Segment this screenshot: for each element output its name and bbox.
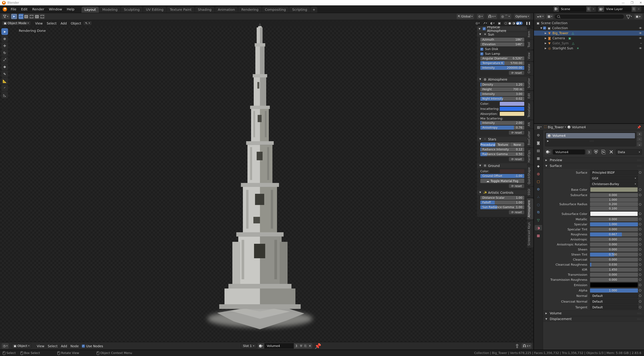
expand-icon[interactable]: ▼	[540, 27, 543, 29]
filter-dropdown[interactable]: ▽▾	[625, 13, 633, 20]
node-socket-icon[interactable]	[639, 218, 641, 220]
properties-tab-tool[interactable]: ⚙	[535, 132, 542, 138]
outliner-row-scene-collection[interactable]: ▣Scene Collection	[534, 21, 644, 26]
outliner-row-camera[interactable]: ▶◙Camera▣👁	[534, 36, 644, 41]
maximize-button[interactable]: ❐	[631, 1, 634, 4]
material-icon[interactable]: ▾	[258, 343, 264, 348]
workspace-tab-rendering[interactable]: Rendering	[238, 7, 262, 13]
drag-grip-icon[interactable]: ::::	[521, 27, 525, 30]
input-clearcoat[interactable]: 0.000	[590, 257, 638, 261]
fake-user-shield-icon[interactable]: ⛨	[593, 148, 599, 155]
field-night-intensity[interactable]: Night Intensity0.02	[480, 97, 524, 101]
field-clearcoat-normal[interactable]: Default	[590, 299, 638, 304]
select-mode-extend[interactable]	[24, 14, 29, 19]
use-nodes-checkbox[interactable]: ✓ Use Nodes	[82, 344, 103, 348]
input-specular-tint[interactable]: 0.000	[590, 227, 638, 231]
input-alpha[interactable]: 1.000	[590, 288, 638, 292]
tool-rotate[interactable]: ↻	[1, 49, 8, 56]
node-socket-icon[interactable]	[639, 213, 641, 215]
shader-menu-node[interactable]: Node	[69, 344, 80, 348]
checkbox-sun-disk[interactable]: ✓Sun Disk	[480, 47, 524, 51]
properties-editor-type-dropdown[interactable]: ▤▾	[536, 125, 542, 129]
properties-tab-view-layer[interactable]: ▦	[535, 155, 542, 161]
scene-name[interactable]: Scene	[559, 6, 586, 12]
tool-select-box[interactable]: ➤	[1, 28, 8, 35]
field-anisotropy[interactable]: Anisotropy0.76	[480, 126, 524, 130]
unlink-material-icon[interactable]: ✕	[308, 343, 312, 348]
copy-view-layer-icon[interactable]: ⎘	[632, 6, 636, 12]
input-anisotropic-rotation[interactable]: 0.000	[590, 242, 638, 246]
field-distance-scalar[interactable]: Distance Scalar1.00	[480, 196, 524, 200]
close-button[interactable]: ✕	[640, 1, 642, 4]
input-sheen-tint[interactable]: 0.500	[590, 252, 638, 256]
input-transmission[interactable]: 0.000	[590, 273, 638, 277]
volume-panel-header[interactable]: ▶Volume::::	[543, 310, 644, 316]
collapse-icon[interactable]: ▼	[479, 138, 482, 140]
shader-menu-view[interactable]: View	[35, 344, 46, 348]
displacement-panel-header[interactable]: ▼Displacement::::	[543, 316, 644, 322]
menu-window[interactable]: Window	[46, 7, 64, 12]
fake-user-shield-icon[interactable]: ⛨	[299, 343, 304, 348]
node-socket-icon[interactable]	[639, 194, 641, 196]
viewport-menu-select[interactable]: Select	[45, 21, 59, 25]
shading-solid-icon[interactable]: ●	[508, 22, 512, 25]
properties-tab-material[interactable]: ◑	[535, 225, 542, 230]
link-mode-dropdown[interactable]: Data▾	[616, 149, 642, 155]
collection-checkbox[interactable]: ✓	[543, 27, 546, 30]
view-layer-selector[interactable]: ▦▾ View Layer ⎘ ✕	[598, 6, 641, 12]
overlays-dropdown[interactable]: ◐▾	[489, 21, 496, 25]
properties-tab-texture[interactable]: ▩	[535, 233, 542, 238]
field-intensity[interactable]: Intensity2.00	[480, 121, 524, 125]
breadcrumb-material[interactable]: Volume4	[572, 125, 586, 129]
add-slot-button[interactable]: ＋	[637, 132, 642, 136]
node-socket-icon[interactable]	[639, 273, 641, 276]
eye-open-icon[interactable]: 👁	[639, 26, 642, 30]
expand-icon[interactable]: ▶	[547, 139, 550, 142]
expand-icon[interactable]: ▶	[545, 32, 548, 35]
minimize-button[interactable]: —	[622, 1, 625, 4]
expand-icon[interactable]: ▶	[545, 37, 548, 40]
physical-atmosphere-header[interactable]: ▼✓Physical Atmosphere::::	[477, 26, 527, 31]
options-dropdown[interactable]: Options▾	[514, 14, 530, 19]
field-radiance-intensity[interactable]: Radiance Intensity0.12	[480, 147, 524, 151]
field-normal[interactable]: Default	[590, 293, 638, 298]
viewport-menu-add[interactable]: Add	[58, 21, 69, 25]
workspace-tab-layout[interactable]: Layout	[82, 7, 99, 13]
properties-tab-scene[interactable]: ◆	[535, 163, 542, 168]
sidebar-tab-boxcutter[interactable]: BoxCutter	[527, 129, 533, 147]
browse-material-icon[interactable]: ▾	[545, 149, 551, 154]
tool-bisect[interactable]: ◺	[1, 92, 8, 98]
shading-wireframe-icon[interactable]: ○	[504, 22, 508, 25]
sidebar-tab-quickshape[interactable]: QuickShape	[527, 165, 533, 186]
shader-menu-add[interactable]: Add	[59, 344, 69, 348]
input-transmission-roughness[interactable]: 0.000	[590, 278, 638, 282]
input-roughness[interactable]: 0.667	[590, 232, 638, 236]
color-subsurface-color[interactable]	[590, 211, 638, 216]
menu-edit[interactable]: Edit	[18, 7, 30, 12]
copy-scene-icon[interactable]: ⎘	[586, 6, 591, 12]
workspace-tab-uv-editing[interactable]: UV Editing	[143, 7, 166, 13]
sidebar-tab-ssgi[interactable]: SSGI	[527, 187, 533, 198]
node-socket-icon[interactable]	[639, 233, 641, 235]
segment-procedural[interactable]: Procedural	[480, 142, 496, 147]
field-density[interactable]: Density1.20	[480, 83, 524, 87]
3d-viewport[interactable]: ▣ Object Mode▾ ViewSelectAddObject ↖▾ ◎▾…	[0, 20, 533, 342]
input-anisotropic[interactable]: 0.000	[590, 237, 638, 241]
node-socket-icon[interactable]	[639, 278, 641, 281]
node-socket-icon[interactable]	[639, 289, 641, 291]
unlink-scene-icon[interactable]: ✕	[591, 8, 596, 11]
node-socket-icon[interactable]	[639, 263, 641, 266]
properties-tab-object-data[interactable]: ▽	[535, 217, 542, 223]
transform-orientation-dropdown[interactable]: ⇱ Global▾	[456, 14, 474, 19]
object-type-visibility-dropdown[interactable]: ◎▾	[474, 21, 481, 25]
field-surface[interactable]: Principled BSDF	[590, 170, 638, 175]
material-slot-dropdown[interactable]: Slot 1▾	[241, 343, 256, 348]
mode-dropdown[interactable]: ▣ Object Mode▾	[2, 21, 31, 26]
field-ground-offset[interactable]: Ground Offset-1.00	[480, 174, 524, 178]
outliner-row-big-tower[interactable]: ▶▼Big_Tower△👁	[534, 31, 644, 36]
unlink-material-icon[interactable]: ✕	[608, 148, 614, 155]
outliner-row-collection[interactable]: ▼✓ ▣Collection👁	[534, 26, 644, 31]
sidebar-tab-scatter[interactable]: Scatter	[527, 76, 533, 90]
reset-button[interactable]: ⟳reset	[509, 157, 524, 161]
section-header-stars[interactable]: ▼⁘Stars	[477, 137, 527, 141]
